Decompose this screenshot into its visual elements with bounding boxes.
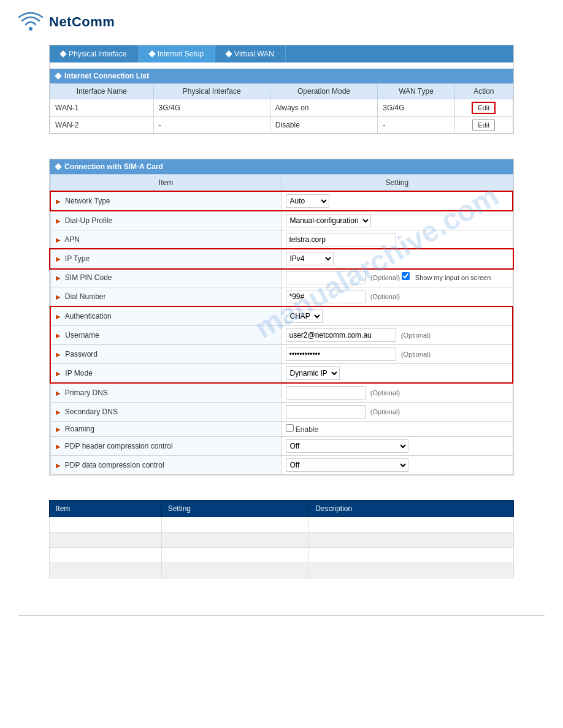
bottom-row3-col3 [309,548,514,563]
arrow-icon: ▶ [56,426,61,433]
sim-label-dialup-profile: ▶ Dial-Up Profile [50,211,282,230]
sim-label-authentication: ▶ Authentication [50,306,282,326]
network-type-select[interactable]: Auto 3G Only 4G Only [286,194,329,208]
tab-diamond-icon [59,50,66,57]
ip-type-select[interactable]: IPv4 IPv6 IPv4/IPv6 [286,252,334,265]
arrow-icon: ▶ [56,218,61,224]
primary-dns-optional: (Optional) [370,389,400,396]
username-input[interactable] [286,328,396,342]
internet-setup-section: Physical Interface Internet Setup Virtua… [49,45,514,134]
bottom-section: Item Setting Description [49,500,514,578]
show-input-checkbox[interactable] [402,272,410,280]
pdp-data-select[interactable]: Off On [286,458,408,472]
username-optional: (Optional) [401,332,431,339]
sim-value-apn [282,230,513,249]
col-wan-type: WAN Type [378,84,454,99]
bottom-table-header: Item Setting Description [50,501,514,517]
wan1-interface-name: WAN-1 [50,99,154,117]
sim-value-dialup-profile: Manual-configuration Auto [282,211,513,230]
table-row [50,548,514,563]
table-row [50,563,514,578]
svg-point-0 [29,27,33,31]
sim-label-pdp-data: ▶ PDP data compression control [50,456,282,475]
col-interface-name: Interface Name [50,84,154,99]
internet-connection-list-header: Internet Connection List [50,69,513,83]
ip-mode-select[interactable]: Dynamic IP Static IP [286,366,340,380]
tab-internet-setup[interactable]: Internet Setup [139,45,215,63]
roaming-checkbox[interactable] [286,424,294,432]
password-optional: (Optional) [401,351,431,358]
arrow-icon: ▶ [56,443,61,450]
sim-label-dial-number: ▶ Dial Number [50,287,282,307]
dial-number-optional: (Optional) [370,293,400,300]
sim-row-network-type: ▶ Network Type Auto 3G Only 4G Only [50,191,513,211]
sim-value-ip-type: IPv4 IPv6 IPv4/IPv6 [282,249,513,268]
col-physical-interface: Physical Interface [153,84,270,99]
wan2-interface-name: WAN-2 [50,117,154,134]
primary-dns-input[interactable] [286,386,366,400]
secondary-dns-optional: (Optional) [370,408,400,415]
arrow-icon: ▶ [56,462,61,469]
sim-value-primary-dns: (Optional) [282,383,513,403]
pdp-header-select[interactable]: Off On [286,439,408,453]
col-operation-mode: Operation Mode [270,84,377,99]
authentication-select[interactable]: CHAP PAP None [286,309,323,323]
header: NetComm [0,0,563,39]
wan2-wan-type: - [378,117,454,134]
arrow-icon: ▶ [56,198,61,205]
secondary-dns-input[interactable] [286,405,366,419]
sim-pin-input[interactable] [286,271,366,284]
sim-row-ip-mode: ▶ IP Mode Dynamic IP Static IP [50,364,513,384]
netcomm-logo-icon [18,11,43,32]
dial-number-input[interactable] [286,290,366,303]
sim-row-authentication: ▶ Authentication CHAP PAP None [50,306,513,326]
internet-connection-table: Interface Name Physical Interface Operat… [50,83,513,134]
wan1-action-cell: Edit [454,99,513,117]
arrow-icon: ▶ [56,313,61,320]
table-row: WAN-1 3G/4G Always on 3G/4G Edit [50,99,513,117]
password-input[interactable] [286,347,396,361]
sim-value-roaming: Enable [282,422,513,437]
sim-col-item: Item [50,175,282,192]
sim-value-pdp-data: Off On [282,456,513,475]
bottom-row3-col2 [161,548,308,563]
sim-value-secondary-dns: (Optional) [282,403,513,422]
sim-row-pdp-data: ▶ PDP data compression control Off On [50,456,513,475]
bottom-row1-col3 [309,517,514,533]
sim-row-apn: ▶ APN [50,230,513,249]
table-row [50,533,514,548]
bottom-row4-col2 [161,563,308,578]
sim-col-setting: Setting [282,175,513,192]
wan1-physical-interface: 3G/4G [153,99,270,117]
bottom-row2-col1 [50,533,162,548]
wan2-operation-mode: Disable [270,117,377,134]
wan1-edit-button[interactable]: Edit [472,102,496,114]
sim-label-username: ▶ Username [50,326,282,345]
tab-physical-interface[interactable]: Physical Interface [50,45,139,63]
sim-value-dial-number: (Optional) [282,287,513,307]
bottom-col-item: Item [50,501,162,517]
bottom-col-description: Description [309,501,514,517]
wan1-operation-mode: Always on [270,99,377,117]
sim-label-network-type: ▶ Network Type [50,191,282,211]
sim-value-authentication: CHAP PAP None [282,306,513,326]
apn-input[interactable] [286,233,396,246]
tab-virtual-wan[interactable]: Virtual WAN [215,45,286,63]
wan2-physical-interface: - [153,117,270,134]
sim-diamond-icon [55,163,61,170]
sim-table-header: Item Setting [50,175,513,192]
arrow-icon: ▶ [56,409,61,415]
sim-label-ip-mode: ▶ IP Mode [50,364,282,384]
wan2-action-cell: Edit [454,117,513,134]
wan2-edit-button[interactable]: Edit [472,119,495,131]
sim-label-sim-pin: ▶ SIM PIN Code [50,268,282,287]
bottom-row3-col1 [50,548,162,563]
sim-row-dial-number: ▶ Dial Number (Optional) [50,287,513,307]
dialup-profile-select[interactable]: Manual-configuration Auto [286,214,371,227]
sim-row-sim-pin: ▶ SIM PIN Code (Optional) Show my input … [50,268,513,287]
arrow-icon: ▶ [56,275,61,281]
internet-table-container: Physical Interface Internet Setup Virtua… [49,45,514,134]
sim-value-sim-pin: (Optional) Show my input on screen [282,268,513,287]
tab-diamond-icon [225,50,232,57]
bottom-row2-col3 [309,533,514,548]
